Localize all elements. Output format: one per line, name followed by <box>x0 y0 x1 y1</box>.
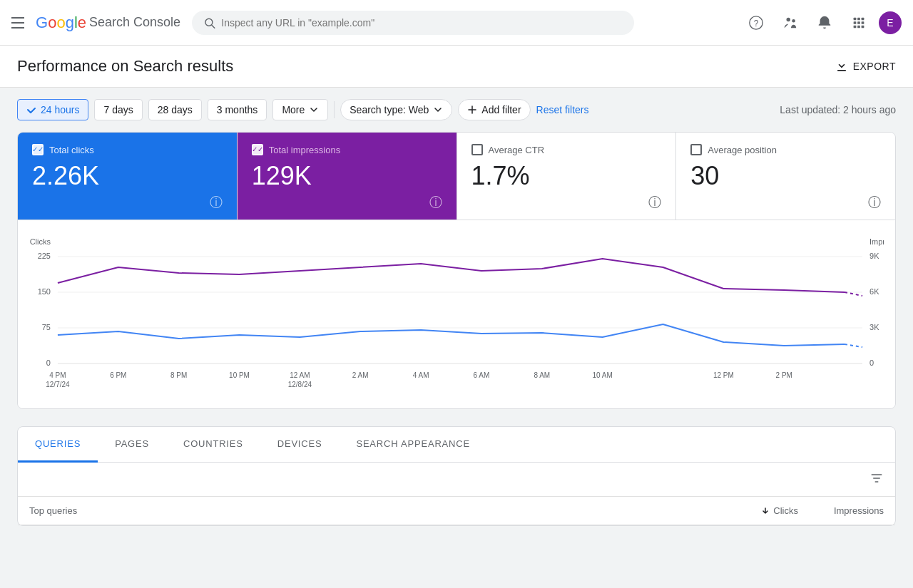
filter-3months-label: 3 months <box>217 104 258 115</box>
filter-7days-label: 7 days <box>103 104 133 115</box>
svg-text:6 PM: 6 PM <box>110 371 126 379</box>
logo[interactable]: Google Search Console <box>36 14 180 32</box>
svg-text:2 PM: 2 PM <box>776 371 792 379</box>
svg-text:75: 75 <box>42 323 51 331</box>
svg-text:0: 0 <box>869 359 874 367</box>
reset-filters-button[interactable]: Reset filters <box>536 104 589 115</box>
chevron-down-icon-2 <box>433 105 443 115</box>
svg-text:3K: 3K <box>869 323 879 331</box>
export-icon <box>835 59 849 73</box>
impressions-dotted-extension <box>845 292 862 296</box>
svg-text:9K: 9K <box>869 252 879 260</box>
tabs: QUERIES PAGES COUNTRIES DEVICES SEARCH A… <box>18 427 895 463</box>
user-avatar[interactable]: E <box>879 11 902 34</box>
filter-icon[interactable] <box>869 471 884 488</box>
filter-3months[interactable]: 3 months <box>208 99 267 120</box>
clicks-line <box>58 324 845 346</box>
svg-rect-12 <box>854 25 857 28</box>
svg-text:6 AM: 6 AM <box>474 371 490 379</box>
last-updated-text: Last updated: 2 hours ago <box>780 104 896 115</box>
average-position-value: 30 <box>690 161 881 191</box>
total-clicks-help-icon[interactable]: ⓘ <box>210 194 223 211</box>
filter-more[interactable]: More <box>272 99 328 120</box>
svg-point-5 <box>792 19 795 22</box>
total-clicks-checkbox[interactable]: ✓ <box>32 144 44 155</box>
average-ctr-label: Average CTR <box>489 145 545 155</box>
svg-rect-9 <box>854 21 857 24</box>
col-top-queries: Top queries <box>29 505 713 516</box>
metric-card-average-position[interactable]: Average position 30 ⓘ <box>676 133 895 220</box>
svg-text:Impressions: Impressions <box>869 237 884 246</box>
svg-text:Clicks: Clicks <box>30 237 51 246</box>
average-position-help-icon[interactable]: ⓘ <box>868 194 881 211</box>
add-filter-label: Add filter <box>481 104 521 115</box>
metric-card-total-clicks[interactable]: ✓ Total clicks 2.26K ⓘ <box>18 133 238 220</box>
tab-pages[interactable]: PAGES <box>98 427 166 463</box>
clicks-dotted-extension <box>845 344 862 347</box>
total-impressions-label: Total impressions <box>269 145 340 155</box>
filter-28days[interactable]: 28 days <box>148 99 202 120</box>
average-position-label: Average position <box>708 145 777 155</box>
svg-rect-14 <box>862 25 864 28</box>
svg-text:?: ? <box>754 18 759 28</box>
filter-bar: 24 hours 7 days 28 days 3 months More Se… <box>17 99 896 120</box>
tab-devices[interactable]: DEVICES <box>260 427 340 463</box>
average-position-checkbox[interactable] <box>690 144 702 155</box>
export-label: EXPORT <box>853 61 896 72</box>
metric-card-total-impressions[interactable]: ✓ Total impressions 129K ⓘ <box>238 133 457 220</box>
search-type-filter[interactable]: Search type: Web <box>340 99 452 120</box>
filter-divider <box>334 101 335 118</box>
export-button[interactable]: EXPORT <box>835 59 896 73</box>
svg-rect-11 <box>862 21 864 24</box>
svg-text:12 PM: 12 PM <box>713 371 734 379</box>
header: Google Search Console ? <box>0 0 913 46</box>
average-ctr-checkbox[interactable] <box>471 144 483 155</box>
total-clicks-value: 2.26K <box>32 161 223 191</box>
svg-rect-10 <box>857 21 860 24</box>
svg-rect-6 <box>854 17 857 20</box>
svg-text:225: 225 <box>38 252 51 260</box>
filter-7days[interactable]: 7 days <box>94 99 142 120</box>
filter-24hours[interactable]: 24 hours <box>17 99 88 120</box>
svg-text:2 AM: 2 AM <box>352 371 369 379</box>
svg-line-1 <box>212 25 215 28</box>
svg-rect-13 <box>857 25 860 28</box>
tab-queries[interactable]: QUERIES <box>18 427 98 463</box>
search-type-label: Search type: Web <box>350 104 429 115</box>
svg-text:150: 150 <box>38 287 51 296</box>
header-actions: ? E <box>742 9 902 37</box>
col-clicks[interactable]: Clicks <box>713 505 798 516</box>
svg-text:8 AM: 8 AM <box>534 371 550 379</box>
metric-cards: ✓ Total clicks 2.26K ⓘ ✓ Total impressio… <box>18 133 895 220</box>
url-inspect-input[interactable] <box>221 17 623 29</box>
bottom-section: QUERIES PAGES COUNTRIES DEVICES SEARCH A… <box>17 426 896 526</box>
svg-text:12/7/24: 12/7/24 <box>46 381 70 388</box>
metric-card-average-ctr[interactable]: Average CTR 1.7% ⓘ <box>457 133 677 220</box>
filter-more-label: More <box>282 104 305 115</box>
logo-product-name: Search Console <box>89 15 180 30</box>
svg-rect-44 <box>873 478 880 479</box>
total-impressions-help-icon[interactable]: ⓘ <box>429 194 442 211</box>
svg-text:4 PM: 4 PM <box>49 371 66 379</box>
svg-text:6K: 6K <box>869 287 879 296</box>
page-title-bar: Performance on Search results EXPORT <box>0 46 913 88</box>
plus-icon <box>467 105 477 115</box>
search-icon <box>203 16 215 29</box>
apps-button[interactable] <box>845 9 873 37</box>
svg-rect-7 <box>857 17 860 20</box>
help-button[interactable]: ? <box>742 9 770 37</box>
table-header: Top queries Clicks Impressions <box>18 497 895 525</box>
notifications-button[interactable] <box>810 9 839 37</box>
performance-section: ✓ Total clicks 2.26K ⓘ ✓ Total impressio… <box>17 132 896 409</box>
tab-countries[interactable]: COUNTRIES <box>166 427 260 463</box>
search-bar[interactable] <box>192 11 634 35</box>
total-impressions-value: 129K <box>252 161 442 191</box>
tab-search-appearance[interactable]: SEARCH APPEARANCE <box>339 427 487 463</box>
hamburger-icon[interactable] <box>11 17 24 29</box>
svg-text:12 AM: 12 AM <box>290 371 310 379</box>
filter-24hours-label: 24 hours <box>41 104 79 115</box>
average-ctr-help-icon[interactable]: ⓘ <box>648 194 661 211</box>
add-filter-button[interactable]: Add filter <box>458 99 530 120</box>
training-button[interactable] <box>776 9 805 37</box>
total-impressions-checkbox[interactable]: ✓ <box>252 144 263 155</box>
